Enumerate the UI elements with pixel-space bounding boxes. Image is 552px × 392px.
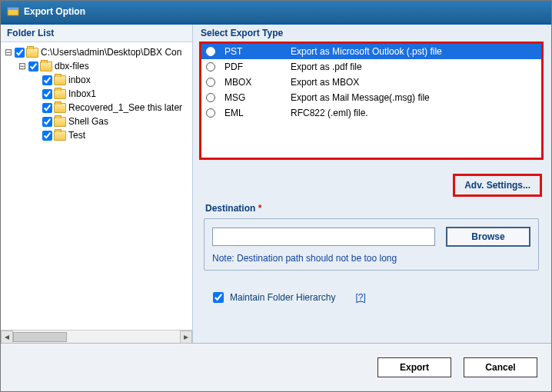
- export-option-msg[interactable]: MSG Export as Mail Message(.msg) file: [201, 90, 541, 105]
- maintain-hierarchy-row: Maintain Folder Hierarchy [?]: [213, 292, 544, 303]
- destination-input[interactable]: [212, 228, 435, 246]
- option-desc: Export as MBOX: [291, 77, 537, 88]
- tree-item[interactable]: Test: [4, 128, 192, 142]
- folder-list-panel: Folder List ⊟ C:\Users\admin\Desktop\DBX…: [1, 25, 193, 343]
- tree-item[interactable]: Recovered_1_See this later: [4, 101, 192, 115]
- export-panel: Select Export Type PST Export as Microso…: [193, 25, 551, 343]
- folder-icon: [40, 61, 52, 71]
- tree-label: Recovered_1_See this later: [68, 101, 182, 115]
- tree-label: Inbox1: [68, 87, 96, 101]
- tree-checkbox[interactable]: [15, 48, 25, 58]
- option-code: MSG: [224, 92, 291, 103]
- option-desc: Export as Mail Message(.msg) file: [291, 92, 537, 103]
- radio-icon[interactable]: [206, 62, 215, 71]
- option-code: MBOX: [224, 77, 291, 88]
- cancel-button[interactable]: Cancel: [464, 357, 537, 377]
- export-option-eml[interactable]: EML RFC822 (.eml) file.: [201, 105, 541, 121]
- folder-icon: [54, 131, 66, 141]
- option-desc: Export as Microsoft Outlook (.pst) file: [291, 46, 537, 57]
- scroll-left-icon[interactable]: ◂: [1, 331, 13, 344]
- export-type-title: Select Export Type: [199, 25, 544, 42]
- folder-icon: [26, 48, 38, 58]
- collapse-icon[interactable]: ⊟: [4, 45, 13, 59]
- tree-item[interactable]: Inbox1: [4, 87, 192, 101]
- option-desc: RFC822 (.eml) file.: [291, 108, 537, 118]
- folder-list-title: Folder List: [1, 25, 192, 42]
- folder-icon: [54, 117, 66, 127]
- tree-item[interactable]: Shell Gas: [4, 115, 192, 128]
- dialog-footer: Export Cancel: [1, 343, 551, 390]
- radio-icon[interactable]: [206, 78, 215, 87]
- option-desc: Export as .pdf file: [291, 61, 537, 72]
- tree-checkbox[interactable]: [42, 75, 52, 85]
- radio-icon[interactable]: [206, 47, 215, 56]
- help-link[interactable]: [?]: [355, 292, 365, 303]
- advanced-settings-button[interactable]: Adv. Settings...: [453, 174, 542, 197]
- option-code: PST: [224, 46, 291, 57]
- destination-note: Note: Destination path should not be too…: [212, 253, 530, 264]
- scroll-right-icon[interactable]: ▸: [180, 331, 192, 344]
- tree-checkbox[interactable]: [42, 103, 52, 113]
- export-type-list: PST Export as Microsoft Outlook (.pst) f…: [199, 42, 544, 160]
- export-option-mbox[interactable]: MBOX Export as MBOX: [201, 75, 541, 90]
- radio-icon[interactable]: [206, 108, 215, 118]
- collapse-icon[interactable]: ⊟: [18, 59, 27, 73]
- app-icon: [7, 5, 19, 18]
- folder-icon: [54, 75, 66, 85]
- tree-label: Test: [68, 128, 85, 142]
- maintain-hierarchy-label: Maintain Folder Hierarchy: [230, 292, 335, 303]
- scroll-thumb[interactable]: [13, 332, 67, 342]
- tree-checkbox[interactable]: [42, 117, 52, 127]
- window-title: Export Option: [24, 6, 85, 17]
- tree-sub[interactable]: ⊟ dbx-files: [4, 59, 192, 73]
- tree-root[interactable]: ⊟ C:\Users\admin\Desktop\DBX Con: [4, 45, 192, 59]
- required-asterisk: *: [258, 203, 262, 214]
- options-spacer: [201, 121, 541, 158]
- tree-checkbox[interactable]: [42, 89, 52, 99]
- tree-item[interactable]: inbox: [4, 73, 192, 87]
- tree-checkbox[interactable]: [28, 61, 38, 71]
- maintain-hierarchy-checkbox[interactable]: [213, 292, 224, 303]
- tree-label: inbox: [68, 73, 91, 87]
- svg-rect-1: [8, 8, 18, 10]
- radio-icon[interactable]: [206, 93, 215, 102]
- tree-checkbox[interactable]: [42, 131, 52, 141]
- browse-button[interactable]: Browse: [446, 227, 530, 247]
- destination-label: Destination *: [205, 203, 544, 214]
- folder-icon: [54, 89, 66, 99]
- export-option-pst[interactable]: PST Export as Microsoft Outlook (.pst) f…: [201, 44, 541, 59]
- tree-label: Shell Gas: [68, 115, 108, 128]
- option-code: EML: [224, 108, 291, 118]
- option-code: PDF: [224, 61, 291, 72]
- destination-group: Browse Note: Destination path should not…: [204, 218, 539, 271]
- title-bar: Export Option: [1, 1, 551, 22]
- export-button[interactable]: Export: [377, 357, 451, 377]
- tree-label: dbx-files: [55, 59, 89, 73]
- tree-label: C:\Users\admin\Desktop\DBX Con: [41, 45, 181, 59]
- folder-icon: [54, 103, 66, 113]
- folder-tree[interactable]: ⊟ C:\Users\admin\Desktop\DBX Con ⊟ dbx-f…: [1, 42, 192, 330]
- export-option-pdf[interactable]: PDF Export as .pdf file: [201, 59, 541, 75]
- tree-horizontal-scrollbar[interactable]: ◂ ▸: [1, 330, 192, 343]
- destination-label-text: Destination: [205, 203, 255, 214]
